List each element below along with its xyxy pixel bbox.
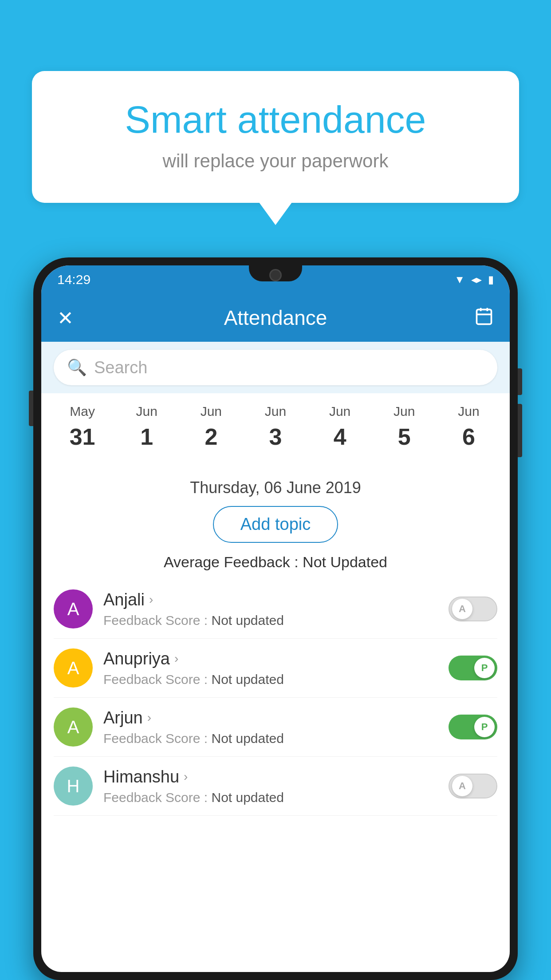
student-feedback: Feedback Score : Not updated bbox=[103, 790, 438, 805]
search-bar[interactable]: 🔍 Search bbox=[54, 350, 497, 385]
avg-feedback-value: Not Updated bbox=[303, 553, 387, 570]
power-button bbox=[518, 368, 522, 395]
toggle-off[interactable]: A bbox=[449, 774, 497, 798]
search-container: 🔍 Search bbox=[41, 342, 510, 393]
calendar-month-4[interactable]: Jun bbox=[309, 404, 371, 419]
avg-feedback: Average Feedback : Not Updated bbox=[41, 553, 510, 571]
calendar-months-row: May Jun Jun Jun Jun Jun Jun bbox=[46, 404, 505, 419]
signal-icon: ◂▸ bbox=[471, 273, 482, 286]
student-name[interactable]: Anupriya › bbox=[103, 649, 438, 668]
avatar: A bbox=[54, 589, 93, 628]
toggle-on[interactable]: P bbox=[449, 715, 497, 739]
calendar-date-4[interactable]: 4 bbox=[309, 423, 371, 450]
student-item: A Arjun › Feedback Score : Not updated P bbox=[54, 698, 497, 757]
volume-up-button bbox=[518, 404, 522, 457]
calendar-icon[interactable] bbox=[474, 306, 494, 330]
app-toolbar: ✕ Attendance bbox=[41, 294, 510, 342]
attendance-toggle[interactable]: P bbox=[449, 656, 497, 680]
avatar: H bbox=[54, 767, 93, 806]
search-icon: 🔍 bbox=[67, 358, 87, 377]
avatar: A bbox=[54, 707, 93, 747]
calendar-month-6[interactable]: Jun bbox=[437, 404, 500, 419]
student-item: A Anupriya › Feedback Score : Not update… bbox=[54, 639, 497, 698]
calendar-month-3[interactable]: Jun bbox=[244, 404, 307, 419]
toggle-knob: P bbox=[474, 717, 495, 737]
bubble-subtitle: will replace your paperwork bbox=[59, 150, 492, 172]
student-list: A Anjali › Feedback Score : Not updated … bbox=[41, 580, 510, 816]
status-time: 14:29 bbox=[57, 272, 91, 287]
student-info[interactable]: Himanshu › Feedback Score : Not updated bbox=[103, 767, 438, 805]
student-info[interactable]: Anjali › Feedback Score : Not updated bbox=[103, 590, 438, 628]
calendar-date-1[interactable]: 1 bbox=[116, 423, 178, 450]
volume-button bbox=[29, 391, 33, 426]
student-name[interactable]: Himanshu › bbox=[103, 767, 438, 786]
selected-date-label: Thursday, 06 June 2019 bbox=[41, 472, 510, 506]
student-info[interactable]: Arjun › Feedback Score : Not updated bbox=[103, 708, 438, 746]
toggle-on[interactable]: P bbox=[449, 656, 497, 680]
close-button[interactable]: ✕ bbox=[57, 307, 74, 329]
search-placeholder: Search bbox=[94, 358, 147, 377]
calendar-dates-row: 31 1 2 3 4 5 6 bbox=[46, 419, 505, 459]
toggle-off[interactable]: A bbox=[449, 597, 497, 621]
student-info[interactable]: Anupriya › Feedback Score : Not updated bbox=[103, 649, 438, 687]
calendar-date-0[interactable]: 31 bbox=[51, 423, 114, 450]
student-name[interactable]: Anjali › bbox=[103, 590, 438, 609]
calendar-strip: May Jun Jun Jun Jun Jun Jun 31 1 2 3 4 5… bbox=[41, 393, 510, 463]
phone-camera bbox=[269, 269, 282, 281]
attendance-toggle[interactable]: A bbox=[449, 597, 497, 621]
content-area: Thursday, 06 June 2019 Add topic Average… bbox=[41, 463, 510, 825]
student-feedback: Feedback Score : Not updated bbox=[103, 613, 438, 628]
attendance-toggle[interactable]: P bbox=[449, 715, 497, 739]
toggle-knob: A bbox=[452, 776, 472, 796]
speech-bubble: Smart attendance will replace your paper… bbox=[32, 71, 519, 203]
battery-icon: ▮ bbox=[488, 273, 494, 286]
avg-feedback-label: Average Feedback : bbox=[164, 553, 299, 570]
student-feedback: Feedback Score : Not updated bbox=[103, 672, 438, 687]
student-item: A Anjali › Feedback Score : Not updated … bbox=[54, 580, 497, 639]
attendance-toggle[interactable]: A bbox=[449, 774, 497, 798]
calendar-month-1[interactable]: Jun bbox=[116, 404, 178, 419]
wifi-icon: ▼ bbox=[454, 273, 465, 286]
calendar-date-5[interactable]: 5 bbox=[373, 423, 435, 450]
student-item: H Himanshu › Feedback Score : Not update… bbox=[54, 757, 497, 816]
phone-frame: 14:29 ▼ ◂▸ ▮ ✕ Attendance � bbox=[33, 257, 518, 980]
status-icons: ▼ ◂▸ ▮ bbox=[454, 273, 494, 286]
student-name[interactable]: Arjun › bbox=[103, 708, 438, 727]
phone-screen: 14:29 ▼ ◂▸ ▮ ✕ Attendance � bbox=[41, 265, 510, 972]
bubble-title: Smart attendance bbox=[59, 98, 492, 142]
student-feedback: Feedback Score : Not updated bbox=[103, 731, 438, 746]
avatar: A bbox=[54, 648, 93, 688]
calendar-month-2[interactable]: Jun bbox=[180, 404, 242, 419]
svg-rect-0 bbox=[477, 309, 492, 324]
calendar-month-5[interactable]: Jun bbox=[373, 404, 435, 419]
chevron-right-icon: › bbox=[147, 711, 151, 725]
chevron-right-icon: › bbox=[174, 652, 178, 666]
calendar-month-0[interactable]: May bbox=[51, 404, 114, 419]
add-topic-button[interactable]: Add topic bbox=[213, 506, 338, 543]
chevron-right-icon: › bbox=[184, 770, 188, 784]
toolbar-title: Attendance bbox=[224, 306, 327, 330]
calendar-date-6[interactable]: 6 bbox=[437, 423, 500, 450]
calendar-date-3[interactable]: 3 bbox=[244, 423, 307, 450]
toggle-knob: A bbox=[452, 599, 472, 619]
calendar-date-2[interactable]: 2 bbox=[180, 423, 242, 450]
chevron-right-icon: › bbox=[149, 593, 153, 607]
toggle-knob: P bbox=[474, 658, 495, 678]
